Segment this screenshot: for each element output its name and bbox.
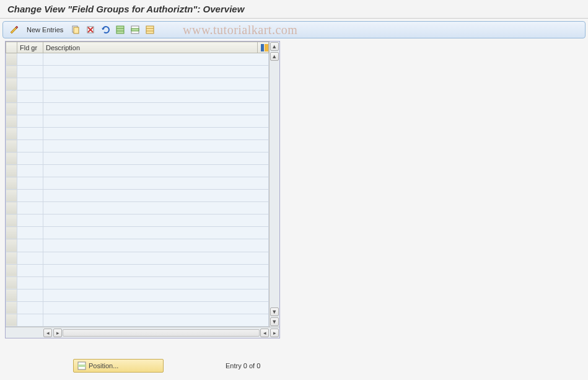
scroll-up-icon[interactable]: ▲: [270, 42, 279, 51]
table-row[interactable]: [6, 177, 269, 190]
row-selector[interactable]: [6, 177, 17, 190]
cell-fld-gr[interactable]: [17, 202, 43, 214]
row-selector[interactable]: [6, 276, 17, 289]
toggle-display-change-icon[interactable]: [8, 24, 20, 36]
cell-description[interactable]: [43, 314, 269, 326]
cell-description[interactable]: [43, 252, 269, 264]
cell-description[interactable]: [43, 140, 269, 152]
cell-fld-gr[interactable]: [17, 289, 43, 301]
cell-description[interactable]: [43, 66, 269, 78]
cell-description[interactable]: [43, 165, 269, 177]
cell-description[interactable]: [43, 152, 269, 165]
cell-fld-gr[interactable]: [17, 91, 43, 103]
horizontal-scrollbar[interactable]: ◂ ▸ ◂ ▸: [6, 327, 279, 338]
cell-fld-gr[interactable]: [17, 301, 43, 314]
scroll-left-icon[interactable]: ▸: [53, 329, 62, 337]
cell-fld-gr[interactable]: [17, 214, 43, 227]
position-button[interactable]: Position...: [73, 359, 164, 373]
new-entries-button[interactable]: New Entries: [23, 25, 67, 35]
row-selector[interactable]: [6, 103, 17, 115]
row-selector[interactable]: [6, 190, 17, 202]
column-header-configure[interactable]: [257, 42, 268, 53]
table-row[interactable]: [6, 314, 269, 326]
row-selector[interactable]: [6, 227, 17, 239]
table-row[interactable]: [6, 165, 269, 177]
row-selector[interactable]: [6, 301, 17, 314]
cell-description[interactable]: [43, 128, 269, 140]
cell-description[interactable]: [43, 202, 269, 214]
cell-description[interactable]: [43, 115, 269, 128]
cell-description[interactable]: [43, 177, 269, 190]
cell-description[interactable]: [43, 264, 269, 276]
cell-fld-gr[interactable]: [17, 165, 43, 177]
table-row[interactable]: [6, 214, 269, 227]
cell-description[interactable]: [43, 276, 269, 289]
table-row[interactable]: [6, 202, 269, 214]
vertical-scrollbar[interactable]: ▲ ▲ ▼ ▼: [269, 42, 279, 327]
table-row[interactable]: [6, 152, 269, 165]
row-selector[interactable]: [6, 78, 17, 91]
table-row[interactable]: [6, 239, 269, 252]
scroll-right-icon[interactable]: ◂: [260, 329, 269, 337]
table-row[interactable]: [6, 78, 269, 91]
column-header-fld-gr[interactable]: Fld gr: [17, 42, 43, 53]
cell-fld-gr[interactable]: [17, 227, 43, 239]
row-selector[interactable]: [6, 252, 17, 264]
column-header-selector[interactable]: [6, 42, 17, 53]
table-row[interactable]: [6, 289, 269, 301]
cell-fld-gr[interactable]: [17, 53, 43, 66]
deselect-all-icon[interactable]: [144, 24, 156, 36]
scroll-up2-icon[interactable]: ▲: [270, 52, 279, 61]
table-row[interactable]: [6, 128, 269, 140]
row-selector[interactable]: [6, 314, 17, 326]
cell-description[interactable]: [43, 103, 269, 115]
row-selector[interactable]: [6, 115, 17, 128]
cell-description[interactable]: [43, 239, 269, 252]
row-selector[interactable]: [6, 165, 17, 177]
cell-description[interactable]: [43, 53, 269, 66]
cell-fld-gr[interactable]: [17, 252, 43, 264]
table-row[interactable]: [6, 91, 269, 103]
row-selector[interactable]: [6, 53, 17, 66]
column-header-description[interactable]: Description: [43, 42, 258, 53]
row-selector[interactable]: [6, 239, 17, 252]
table-row[interactable]: [6, 190, 269, 202]
cell-fld-gr[interactable]: [17, 115, 43, 128]
row-selector[interactable]: [6, 289, 17, 301]
row-selector[interactable]: [6, 152, 17, 165]
cell-description[interactable]: [43, 301, 269, 314]
cell-fld-gr[interactable]: [17, 78, 43, 91]
cell-fld-gr[interactable]: [17, 264, 43, 276]
scroll-down-icon[interactable]: ▼: [270, 317, 279, 326]
cell-fld-gr[interactable]: [17, 239, 43, 252]
cell-fld-gr[interactable]: [17, 314, 43, 326]
table-row[interactable]: [6, 115, 269, 128]
cell-description[interactable]: [43, 289, 269, 301]
table-row[interactable]: [6, 252, 269, 264]
cell-description[interactable]: [43, 214, 269, 227]
cell-fld-gr[interactable]: [17, 103, 43, 115]
row-selector[interactable]: [6, 66, 17, 78]
row-selector[interactable]: [6, 91, 17, 103]
row-selector[interactable]: [6, 214, 17, 227]
table-row[interactable]: [6, 227, 269, 239]
delete-icon[interactable]: [84, 24, 97, 36]
table-row[interactable]: [6, 301, 269, 314]
cell-description[interactable]: [43, 78, 269, 91]
table-row[interactable]: [6, 276, 269, 289]
cell-fld-gr[interactable]: [17, 140, 43, 152]
cell-description[interactable]: [43, 227, 269, 239]
select-block-icon[interactable]: [129, 24, 141, 36]
row-selector[interactable]: [6, 140, 17, 152]
cell-fld-gr[interactable]: [17, 152, 43, 165]
cell-fld-gr[interactable]: [17, 276, 43, 289]
row-selector[interactable]: [6, 128, 17, 140]
scroll-right-last-icon[interactable]: ▸: [270, 329, 279, 337]
cell-description[interactable]: [43, 190, 269, 202]
cell-fld-gr[interactable]: [17, 128, 43, 140]
scroll-left-first-icon[interactable]: ◂: [43, 329, 52, 337]
scroll-down2-icon[interactable]: ▼: [270, 307, 279, 316]
copy-as-icon[interactable]: [69, 24, 82, 36]
row-selector[interactable]: [6, 202, 17, 214]
row-selector[interactable]: [6, 264, 17, 276]
